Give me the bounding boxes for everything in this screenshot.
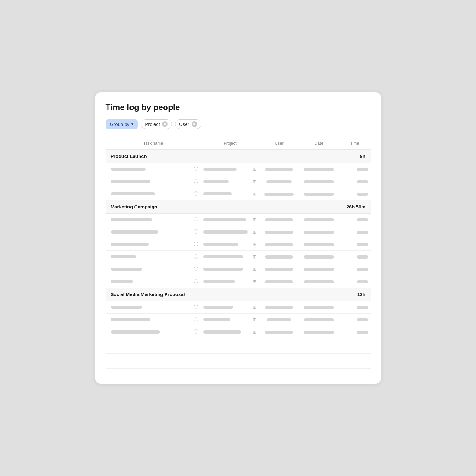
add-icon[interactable]: ⊞ <box>253 191 257 196</box>
table-container: Task name Project User Date Time Product… <box>95 137 381 384</box>
project-skeleton <box>203 268 243 271</box>
add-icon[interactable]: ⊞ <box>253 167 257 172</box>
user-cell <box>259 326 299 338</box>
task-cell: ⓘ <box>106 275 201 288</box>
table-row: ⓘ ⊞ <box>106 313 371 326</box>
info-icon[interactable]: ⓘ <box>194 166 198 172</box>
info-icon[interactable]: ⓘ <box>194 217 198 222</box>
user-skeleton <box>266 180 292 183</box>
date-skeleton <box>304 331 334 334</box>
project-cell: ⊞ <box>201 213 259 226</box>
time-skeleton <box>357 243 368 246</box>
add-icon[interactable]: ⊞ <box>253 179 257 184</box>
user-cell <box>259 213 299 226</box>
add-icon[interactable]: ⊞ <box>253 329 257 334</box>
group-by-button[interactable]: Group by ▾ <box>106 119 138 129</box>
project-cell: ⊞ <box>201 313 259 326</box>
project-skeleton <box>203 330 241 334</box>
info-icon[interactable]: ⓘ <box>194 241 198 247</box>
user-cell <box>259 301 299 313</box>
task-skeleton <box>111 180 150 183</box>
info-icon[interactable]: ⓘ <box>194 279 198 284</box>
table-row: ⓘ ⊞ <box>106 175 371 188</box>
time-skeleton <box>357 268 368 271</box>
info-icon[interactable]: ⓘ <box>194 191 198 197</box>
date-cell <box>299 263 339 275</box>
user-skeleton <box>265 306 293 309</box>
info-icon[interactable]: ⓘ <box>194 179 198 184</box>
info-icon[interactable]: ⓘ <box>194 266 198 272</box>
task-skeleton <box>111 268 142 271</box>
info-icon[interactable]: ⓘ <box>194 229 198 235</box>
info-icon[interactable]: ⓘ <box>194 329 198 335</box>
group-total-marketing-campaign: 26h 50m <box>339 200 370 213</box>
date-skeleton <box>304 231 334 234</box>
time-skeleton <box>357 255 368 259</box>
user-skeleton <box>265 218 293 221</box>
info-icon[interactable]: ⓘ <box>194 254 198 260</box>
col-header-user: User <box>259 137 299 150</box>
close-user-icon[interactable]: × <box>192 121 197 127</box>
time-skeleton <box>357 180 368 183</box>
filter-chip-project[interactable]: Project × <box>141 119 172 129</box>
add-icon[interactable]: ⊞ <box>253 317 257 322</box>
info-icon[interactable]: ⓘ <box>194 304 198 310</box>
date-cell <box>299 238 339 250</box>
date-skeleton <box>304 255 334 259</box>
table-row: ⓘ ⊞ <box>106 213 371 226</box>
add-icon[interactable]: ⊞ <box>253 217 257 222</box>
info-icon[interactable]: ⓘ <box>194 317 198 322</box>
project-skeleton <box>203 243 238 246</box>
table-row: ⓘ ⊞ <box>106 188 371 200</box>
user-skeleton <box>265 280 293 283</box>
empty-row <box>106 338 371 353</box>
add-icon[interactable]: ⊞ <box>253 254 257 259</box>
time-skeleton <box>357 306 368 309</box>
col-header-task: Task name <box>106 137 201 150</box>
task-cell: ⓘ <box>106 301 201 313</box>
project-cell: ⊞ <box>201 263 259 275</box>
date-cell <box>299 175 339 188</box>
filter-chip-user[interactable]: User × <box>175 119 201 129</box>
main-card: Time log by people Group by ▾ Project × … <box>95 92 381 384</box>
date-skeleton <box>304 280 334 283</box>
time-skeleton <box>357 231 368 234</box>
task-skeleton <box>111 306 142 309</box>
add-icon[interactable]: ⊞ <box>253 305 257 310</box>
date-skeleton <box>304 218 334 221</box>
time-cell <box>339 175 370 188</box>
task-cell: ⓘ <box>106 226 201 238</box>
project-skeleton <box>203 230 248 234</box>
task-cell: ⓘ <box>106 238 201 250</box>
add-icon[interactable]: ⊞ <box>253 229 257 235</box>
group-total-product-launch: 9h <box>339 149 370 163</box>
add-icon[interactable]: ⊞ <box>253 279 257 284</box>
user-cell <box>259 250 299 263</box>
date-skeleton <box>304 306 334 309</box>
group-by-label: Group by <box>110 122 130 127</box>
add-icon[interactable]: ⊞ <box>253 267 257 272</box>
page-title: Time log by people <box>106 102 371 112</box>
add-icon[interactable]: ⊞ <box>253 242 257 247</box>
user-skeleton <box>265 268 293 271</box>
group-header-social-media: Social Media Marketing Proposal 12h <box>106 288 371 301</box>
user-cell <box>259 313 299 326</box>
project-cell: ⊞ <box>201 163 259 175</box>
table-row: ⓘ ⊞ <box>106 226 371 238</box>
user-skeleton <box>265 255 293 259</box>
date-cell <box>299 313 339 326</box>
time-cell <box>339 326 370 338</box>
close-project-icon[interactable]: × <box>162 121 168 127</box>
date-skeleton <box>304 318 334 321</box>
date-skeleton <box>304 168 334 171</box>
date-skeleton <box>304 268 334 271</box>
task-cell: ⓘ <box>106 250 201 263</box>
group-total-social-media: 12h <box>339 288 370 301</box>
table-row: ⓘ ⊞ <box>106 163 371 175</box>
user-cell <box>259 238 299 250</box>
group-name-social-media: Social Media Marketing Proposal <box>106 288 339 301</box>
project-skeleton <box>203 306 233 309</box>
project-cell: ⊞ <box>201 188 259 200</box>
task-skeleton <box>111 318 150 321</box>
project-cell: ⊞ <box>201 250 259 263</box>
